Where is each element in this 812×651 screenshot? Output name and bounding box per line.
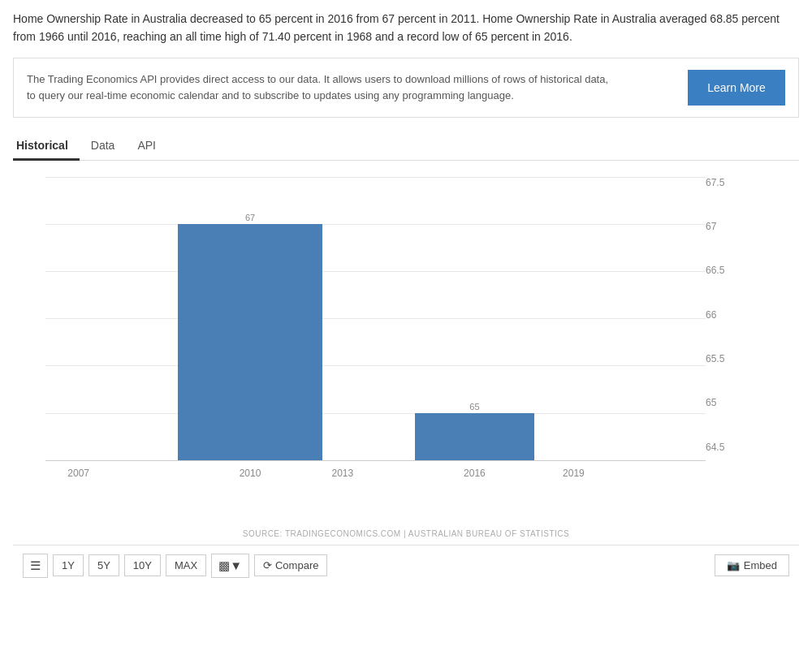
bar-label-2016: 65 <box>469 402 479 412</box>
y-label: 66 <box>706 309 716 321</box>
description-text: Home Ownership Rate in Australia decreas… <box>13 10 799 46</box>
compare-label: Compare <box>275 559 318 571</box>
1y-button[interactable]: 1Y <box>53 554 84 576</box>
max-button[interactable]: MAX <box>166 554 206 576</box>
x-label-2007: 2007 <box>67 468 89 479</box>
grid-line <box>45 413 706 414</box>
grid-line <box>45 318 706 319</box>
learn-more-button[interactable]: Learn More <box>688 70 785 106</box>
y-label: 66.5 <box>706 265 724 276</box>
x-axis: 2007 2010 2013 2016 2019 <box>45 461 706 485</box>
grid-line <box>45 224 706 225</box>
grid-line <box>45 365 706 366</box>
tabs-row: Historical Data API <box>13 132 799 161</box>
grid-line <box>45 271 706 272</box>
chart-area: 67 65 67.5 67 66.5 66 65.5 65 64.5 200 <box>29 177 750 485</box>
chart-container: 67 65 67.5 67 66.5 66 65.5 65 64.5 200 <box>13 169 799 526</box>
toolbar-right: 📷 Embed <box>715 554 789 576</box>
toolbar-left: ☰ 1Y 5Y 10Y MAX ▩▼ ⟳ Compare <box>23 554 327 578</box>
bar-label-2010: 67 <box>245 213 255 222</box>
x-label-2016: 2016 <box>464 468 486 479</box>
x-label-2010: 2010 <box>240 468 261 479</box>
bar-2016 <box>415 413 533 460</box>
grid-line <box>45 177 706 178</box>
embed-button[interactable]: 📷 Embed <box>715 554 789 576</box>
bottom-toolbar: ☰ 1Y 5Y 10Y MAX ▩▼ ⟳ Compare 📷 Embed <box>13 545 799 586</box>
bar-2010 <box>178 224 323 460</box>
tab-data[interactable]: Data <box>80 132 127 160</box>
api-banner: The Trading Economics API provides direc… <box>13 58 799 118</box>
x-label-2013: 2013 <box>331 468 353 479</box>
chart-type-button[interactable]: ▩▼ <box>211 554 249 578</box>
5y-button[interactable]: 5Y <box>89 554 119 576</box>
menu-icon-button[interactable]: ☰ <box>23 554 48 578</box>
y-axis: 67.5 67 66.5 66 65.5 65 64.5 <box>706 177 750 453</box>
y-label: 67 <box>706 221 716 232</box>
x-label-2019: 2019 <box>563 468 585 479</box>
chart-source: SOURCE: TRADINGECONOMICS.COM | AUSTRALIA… <box>13 529 799 538</box>
compare-button[interactable]: ⟳ Compare <box>254 554 327 576</box>
y-label: 65.5 <box>706 353 724 364</box>
compare-icon: ⟳ <box>263 559 272 571</box>
y-label: 65 <box>706 397 716 408</box>
api-banner-text: The Trading Economics API provides direc… <box>27 71 611 104</box>
embed-label: Embed <box>744 559 777 571</box>
10y-button[interactable]: 10Y <box>124 554 161 576</box>
embed-icon: 📷 <box>727 559 740 571</box>
bars-area: 67 65 <box>45 177 706 461</box>
y-label: 64.5 <box>706 442 724 453</box>
tab-historical[interactable]: Historical <box>13 132 80 160</box>
y-label: 67.5 <box>706 177 724 188</box>
tab-api[interactable]: API <box>126 132 167 160</box>
